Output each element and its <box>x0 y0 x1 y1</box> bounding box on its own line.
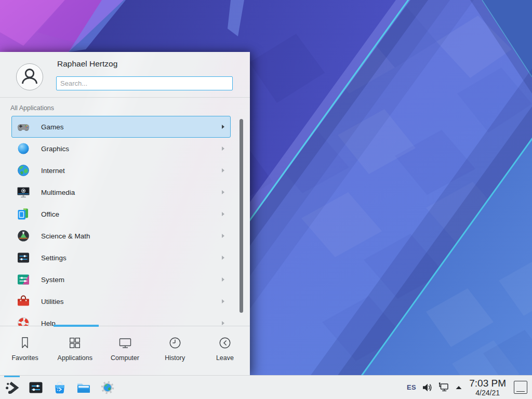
user-avatar[interactable] <box>16 63 44 91</box>
submenu-arrow-icon <box>222 168 224 172</box>
category-item-system[interactable]: System <box>11 269 231 290</box>
tab-computer[interactable]: Computer <box>100 326 150 375</box>
tab-history[interactable]: History <box>150 326 200 375</box>
show-desktop-button[interactable] <box>514 381 527 394</box>
header-divider <box>0 97 250 98</box>
category-label: Office <box>41 210 59 218</box>
submenu-arrow-icon <box>222 147 224 151</box>
submenu-arrow-icon <box>222 125 224 129</box>
internet-icon <box>17 164 30 177</box>
utilities-icon <box>17 295 30 308</box>
keyboard-layout-indicator[interactable]: ES <box>407 383 416 391</box>
taskbar: ES 7:03 PM 4/24/21 <box>0 375 532 399</box>
category-label: Multimedia <box>41 189 75 196</box>
leave-icon <box>218 336 232 350</box>
application-launcher-menu: Raphael Hertzog All Applications Games G… <box>0 52 250 375</box>
submenu-arrow-icon <box>222 234 224 238</box>
category-label: Games <box>41 123 64 131</box>
discover-icon <box>52 380 68 395</box>
category-item-multimedia[interactable]: Multimedia <box>11 181 231 203</box>
system-tray: ES 7:03 PM 4/24/21 <box>407 378 532 396</box>
clock[interactable]: 7:03 PM 4/24/21 <box>469 378 506 396</box>
tab-label: History <box>165 354 185 362</box>
network-icon[interactable] <box>438 382 449 393</box>
tab-applications[interactable]: Applications <box>50 326 100 375</box>
submenu-arrow-icon <box>222 190 224 194</box>
taskbar-launcher-system-settings[interactable] <box>28 380 44 395</box>
help-icon <box>17 316 30 326</box>
category-item-games[interactable]: Games <box>11 116 231 138</box>
applications-icon <box>68 336 82 350</box>
favorites-icon <box>18 336 32 350</box>
search-input[interactable] <box>56 76 233 90</box>
volume-icon[interactable] <box>421 382 433 393</box>
category-item-settings[interactable]: Settings <box>11 247 231 269</box>
taskbar-launcher-application-launcher[interactable] <box>4 380 20 395</box>
tab-bar: Favorites Applications Computer History … <box>0 326 250 375</box>
submenu-arrow-icon <box>222 256 224 260</box>
tab-label: Applications <box>58 354 92 362</box>
office-icon <box>17 207 30 221</box>
graphics-icon <box>17 142 30 155</box>
submenu-arrow-icon <box>222 277 224 282</box>
scrollbar[interactable] <box>240 119 243 313</box>
category-item-utilities[interactable]: Utilities <box>11 290 231 312</box>
browser-icon <box>100 380 115 395</box>
history-icon <box>168 336 182 350</box>
taskbar-launcher-web-browser[interactable] <box>100 380 115 395</box>
settings-icon <box>17 251 30 264</box>
category-label: Internet <box>41 167 65 175</box>
category-list: Games Graphics Internet Multimedia Offic… <box>0 114 250 326</box>
category-item-help[interactable]: Help <box>11 312 231 326</box>
category-label: Science & Math <box>41 232 90 240</box>
system-settings-icon <box>28 380 44 395</box>
science-icon <box>17 229 30 243</box>
active-tab-indicator <box>54 325 99 327</box>
tray-icons <box>421 382 463 393</box>
multimedia-icon <box>17 185 30 199</box>
category-item-internet[interactable]: Internet <box>11 159 231 181</box>
folder-icon <box>76 380 91 395</box>
tab-favorites[interactable]: Favorites <box>0 326 50 375</box>
category-label: Utilities <box>41 298 64 305</box>
computer-icon <box>118 336 132 350</box>
category-item-science-math[interactable]: Science & Math <box>11 225 231 247</box>
category-label: Settings <box>41 254 66 262</box>
category-item-office[interactable]: Office <box>11 203 231 225</box>
submenu-arrow-icon <box>222 321 224 325</box>
category-label: Graphics <box>41 145 69 153</box>
desktop: Raphael Hertzog All Applications Games G… <box>0 0 532 399</box>
tab-label: Computer <box>111 354 139 362</box>
category-label: System <box>41 276 64 284</box>
clock-date: 4/24/21 <box>475 389 500 396</box>
caret-up-icon[interactable] <box>455 383 463 392</box>
taskbar-launcher-file-manager[interactable] <box>76 380 91 395</box>
user-name: Raphael Hertzog <box>57 59 117 69</box>
submenu-arrow-icon <box>222 212 224 216</box>
tab-label: Favorites <box>11 354 38 362</box>
active-task-indicator <box>4 376 20 377</box>
section-label: All Applications <box>10 104 54 112</box>
submenu-arrow-icon <box>222 299 224 303</box>
tab-label: Leave <box>216 354 234 362</box>
taskbar-launcher-discover[interactable] <box>52 380 68 395</box>
taskbar-launchers <box>0 380 115 395</box>
tab-leave[interactable]: Leave <box>200 326 250 375</box>
clock-time: 7:03 PM <box>469 378 506 388</box>
category-item-graphics[interactable]: Graphics <box>11 138 231 159</box>
games-icon <box>17 120 30 134</box>
system-icon <box>17 273 30 286</box>
kde-launcher-icon <box>4 380 20 395</box>
